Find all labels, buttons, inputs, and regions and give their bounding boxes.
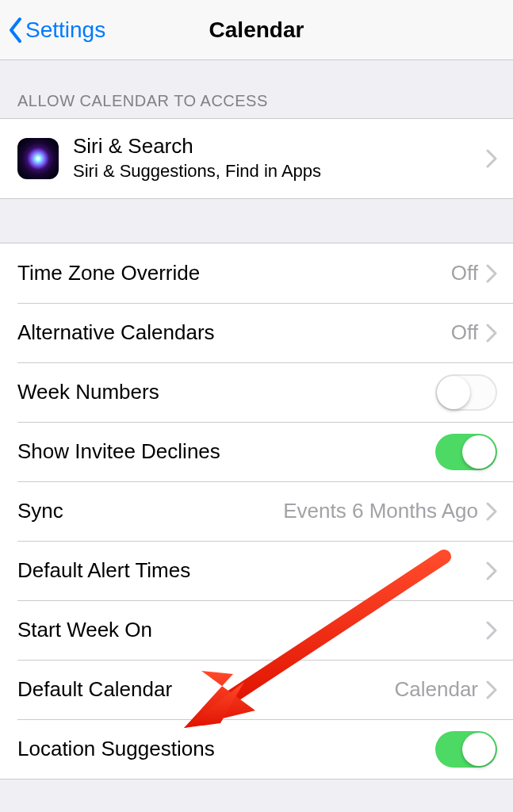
calendar-settings-group: Time Zone Override Off Alternative Calen… <box>0 243 513 779</box>
show-invitee-declines-row: Show Invitee Declines <box>0 422 513 481</box>
time-zone-override-row[interactable]: Time Zone Override Off <box>0 243 513 303</box>
week-numbers-label: Week Numbers <box>17 380 159 404</box>
chevron-right-icon <box>486 680 497 699</box>
chevron-right-icon <box>486 149 497 168</box>
alternative-calendars-label: Alternative Calendars <box>17 320 215 345</box>
start-week-on-row[interactable]: Start Week On <box>0 600 513 660</box>
sync-row[interactable]: Sync Events 6 Months Ago <box>0 481 513 541</box>
chevron-right-icon <box>486 324 497 343</box>
back-label: Settings <box>25 17 105 43</box>
sync-label: Sync <box>17 499 63 523</box>
toggle-knob <box>462 435 496 469</box>
time-zone-override-value: Off <box>451 261 478 285</box>
chevron-right-icon <box>486 561 497 580</box>
chevron-left-icon <box>8 17 24 44</box>
default-alert-times-row[interactable]: Default Alert Times <box>0 541 513 600</box>
chevron-right-icon <box>486 502 497 521</box>
alternative-calendars-row[interactable]: Alternative Calendars Off <box>0 303 513 362</box>
siri-search-text: Siri & Search Siri & Suggestions, Find i… <box>73 134 486 183</box>
sync-value: Events 6 Months Ago <box>283 499 478 523</box>
default-calendar-value: Calendar <box>394 677 478 702</box>
chevron-right-icon <box>486 621 497 640</box>
chevron-right-icon <box>486 264 497 283</box>
start-week-on-label: Start Week On <box>17 618 152 642</box>
toggle-knob <box>462 733 496 766</box>
siri-icon <box>17 138 59 179</box>
week-numbers-row: Week Numbers <box>0 362 513 422</box>
siri-search-subtitle: Siri & Suggestions, Find in Apps <box>73 160 486 183</box>
navigation-bar: Settings Calendar <box>0 0 513 60</box>
alternative-calendars-value: Off <box>451 320 478 345</box>
default-calendar-label: Default Calendar <box>17 677 172 702</box>
location-suggestions-row: Location Suggestions <box>0 719 513 779</box>
location-suggestions-toggle[interactable] <box>435 731 497 768</box>
siri-search-title: Siri & Search <box>73 134 486 159</box>
show-invitee-declines-toggle[interactable] <box>435 434 497 470</box>
back-button[interactable]: Settings <box>8 17 105 44</box>
page-title: Calendar <box>209 17 304 43</box>
section-header-allow-access: ALLOW CALENDAR TO ACCESS <box>0 60 513 118</box>
time-zone-override-label: Time Zone Override <box>17 261 200 285</box>
siri-search-row[interactable]: Siri & Search Siri & Suggestions, Find i… <box>0 119 513 198</box>
toggle-knob <box>437 376 470 409</box>
location-suggestions-label: Location Suggestions <box>17 737 215 761</box>
week-numbers-toggle[interactable] <box>435 374 497 411</box>
default-alert-times-label: Default Alert Times <box>17 558 190 583</box>
section-gap <box>0 199 513 243</box>
show-invitee-declines-label: Show Invitee Declines <box>17 439 220 464</box>
access-group: Siri & Search Siri & Suggestions, Find i… <box>0 118 513 199</box>
default-calendar-row[interactable]: Default Calendar Calendar <box>0 660 513 719</box>
